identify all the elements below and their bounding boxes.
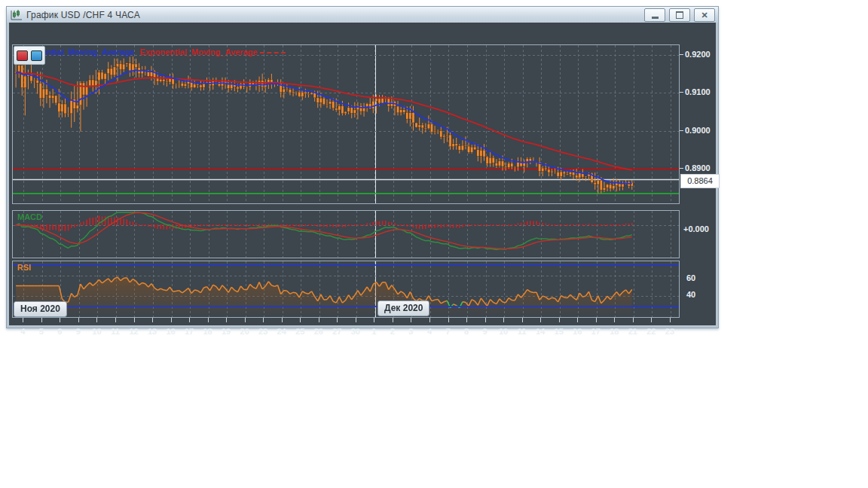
- time-tick-mark: [337, 318, 338, 322]
- candlestick-chart-icon: [11, 10, 23, 20]
- month-badge-dec: Дек 2020: [377, 300, 429, 316]
- month-badge-nov: Ноя 2020: [14, 301, 67, 317]
- time-tick-mark: [633, 318, 634, 322]
- red-square-button[interactable]: [17, 50, 28, 61]
- time-tick-mark: [152, 318, 153, 322]
- time-tick-label: 2: [384, 327, 402, 336]
- time-tick-label: 14: [531, 327, 549, 336]
- time-tick-mark: [282, 318, 283, 322]
- blue-square-button[interactable]: [31, 50, 42, 61]
- chart-client-area: Exponential_Moving_AverageExponential_Mo…: [7, 23, 718, 328]
- time-tick-label: 23: [661, 327, 679, 336]
- time-tick-mark: [559, 318, 560, 322]
- time-tick-label: 4: [420, 327, 439, 336]
- time-tick-label: 17: [587, 327, 605, 336]
- window-controls: ✕: [644, 8, 715, 22]
- time-tick-label: 13: [143, 327, 161, 336]
- time-tick-mark: [60, 318, 60, 322]
- title-bar[interactable]: График USD /CHF 4 ЧАСА ✕: [7, 7, 718, 23]
- time-tick-label: 11: [106, 327, 124, 336]
- screen: График USD /CHF 4 ЧАСА ✕ Exponential_Mov…: [0, 0, 868, 488]
- time-tick-mark: [411, 318, 411, 322]
- time-tick-mark: [540, 318, 541, 322]
- time-tick-label: 15: [550, 327, 568, 336]
- time-tick-label: 7: [439, 327, 457, 336]
- time-tick-label: 18: [605, 327, 623, 336]
- macd-label: MACD: [17, 212, 42, 221]
- time-tick-label: 12: [125, 327, 143, 336]
- time-tick-label: 27: [328, 327, 346, 336]
- time-tick-mark: [448, 318, 449, 322]
- time-tick-label: 30: [347, 327, 365, 336]
- time-tick-mark: [41, 318, 42, 322]
- time-tick-mark: [393, 318, 393, 322]
- time-tick-label: 4: [14, 327, 32, 336]
- time-tick-mark: [356, 318, 356, 322]
- time-tick-label: 6: [50, 327, 69, 336]
- price-tick-mark: [680, 92, 683, 93]
- rsi-tick-label: 60: [686, 273, 695, 283]
- time-tick-mark: [171, 318, 172, 322]
- time-tick-mark: [189, 318, 190, 322]
- time-tick-label: 5: [32, 327, 50, 336]
- time-tick-label: 3: [402, 327, 420, 336]
- time-tick-label: 1: [365, 327, 383, 336]
- time-tick-mark: [115, 318, 116, 322]
- time-tick-mark: [263, 318, 264, 322]
- time-tick-mark: [245, 318, 246, 322]
- time-tick-label: 9: [69, 327, 87, 336]
- time-tick-label: 9: [476, 327, 494, 336]
- time-tick-label: 16: [162, 327, 180, 336]
- maximize-button[interactable]: [669, 8, 690, 22]
- time-tick-label: 8: [457, 327, 475, 336]
- chart-window: График USD /CHF 4 ЧАСА ✕ Exponential_Mov…: [6, 6, 719, 328]
- time-tick-label: 21: [624, 327, 642, 336]
- time-tick-label: 10: [494, 327, 512, 336]
- time-tick-mark: [300, 318, 301, 322]
- time-tick-label: 19: [217, 327, 235, 336]
- macd-panel: [12, 210, 680, 258]
- rsi-tick-label: 40: [686, 289, 695, 300]
- price-tick-mark: [680, 130, 683, 131]
- price-panel: [12, 44, 680, 204]
- time-tick-mark: [651, 318, 652, 322]
- time-tick-mark: [319, 318, 319, 322]
- price-tick-mark: [680, 168, 683, 169]
- time-tick-label: 22: [642, 327, 660, 336]
- price-tick-label: 0.9200: [685, 49, 711, 59]
- time-tick-mark: [596, 318, 597, 322]
- price-tick-label: 0.9100: [685, 87, 711, 97]
- time-tick-mark: [466, 318, 467, 322]
- time-tick-label: 25: [291, 327, 309, 336]
- time-tick-mark: [226, 318, 227, 322]
- time-tick-label: 20: [236, 327, 254, 336]
- current-price-badge: 0.8864: [680, 174, 720, 188]
- time-tick-label: 23: [254, 327, 272, 336]
- time-tick-mark: [522, 318, 523, 322]
- time-axis: 4 5 6 9 10 11 12 13 16 17 18 19 20 23 24…: [12, 318, 680, 345]
- time-tick-label: 11: [513, 327, 531, 336]
- macd-chart-canvas[interactable]: [13, 211, 679, 258]
- time-tick-label: 26: [310, 327, 328, 336]
- time-tick-label: 24: [273, 327, 291, 336]
- time-tick-label: 16: [568, 327, 586, 336]
- time-tick-label: 10: [87, 327, 105, 336]
- time-tick-mark: [503, 318, 504, 322]
- rsi-chart-canvas[interactable]: [13, 261, 679, 317]
- close-icon: ✕: [701, 11, 708, 20]
- ema-slow-line-sample: [260, 52, 286, 54]
- time-tick-label: 18: [199, 327, 217, 336]
- indicator-legend: Exponential_Moving_AverageExponential_Mo…: [17, 47, 286, 56]
- minimize-button[interactable]: [644, 8, 665, 22]
- ema-slow-legend: Exponential_Moving_Average: [140, 47, 258, 56]
- price-tick-mark: [680, 54, 683, 55]
- time-tick-mark: [208, 318, 209, 322]
- time-tick-mark: [429, 318, 430, 322]
- time-tick-mark: [577, 318, 578, 322]
- time-tick-mark: [485, 318, 486, 322]
- time-tick-mark: [96, 318, 97, 322]
- price-tick-label: 0.9000: [685, 125, 711, 136]
- maximize-icon: [676, 11, 683, 19]
- price-chart-canvas[interactable]: [13, 45, 679, 203]
- close-button[interactable]: ✕: [694, 8, 715, 22]
